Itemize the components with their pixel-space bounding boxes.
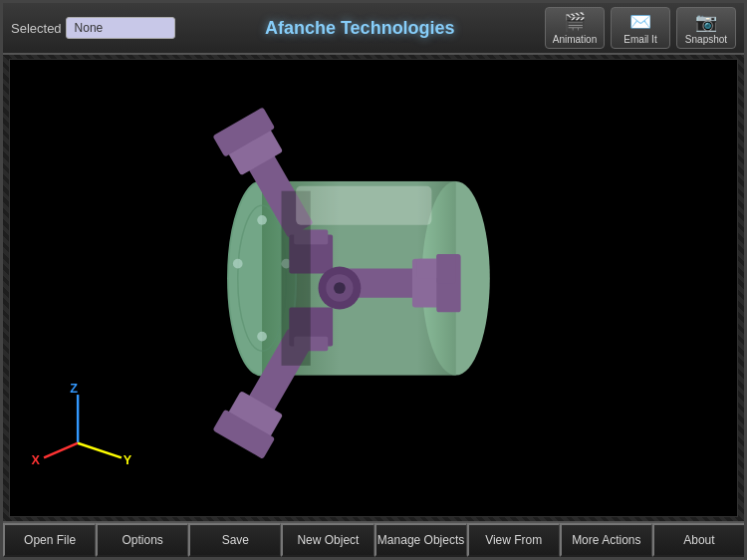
svg-rect-28 — [436, 254, 455, 283]
email-icon: ✉️ — [629, 11, 651, 33]
view-from-button[interactable]: View From — [467, 523, 560, 557]
selected-value: None — [66, 17, 175, 39]
options-label: Options — [123, 533, 163, 547]
more-actions-button[interactable]: More Actions — [560, 523, 652, 557]
animation-button[interactable]: 🎬 Animation — [545, 7, 605, 49]
svg-point-9 — [233, 259, 243, 269]
save-label: Save — [222, 533, 249, 547]
snapshot-label: Snapshot — [685, 34, 727, 45]
svg-text:X: X — [31, 453, 40, 467]
app-title: Afanche Technologies — [175, 18, 545, 39]
3d-scene: Z X Y — [10, 60, 737, 516]
manage-objects-button[interactable]: Manage Objects — [374, 523, 467, 557]
snapshot-icon: 📷 — [695, 11, 717, 33]
open-file-label: Open File — [24, 533, 76, 547]
top-bar: Selected None Afanche Technologies 🎬 Ani… — [3, 3, 744, 55]
svg-point-7 — [257, 215, 267, 225]
3d-viewport[interactable]: Z X Y — [9, 59, 738, 517]
svg-rect-30 — [296, 186, 431, 225]
email-label: Email It — [623, 34, 656, 45]
open-file-button[interactable]: Open File — [3, 523, 96, 557]
manage-objects-label: Manage Objects — [377, 533, 464, 547]
options-button[interactable]: Options — [96, 523, 188, 557]
new-object-label: New Object — [297, 533, 359, 547]
animation-icon: 🎬 — [564, 11, 586, 33]
bottom-toolbar: Open File Options Save New Object Manage… — [3, 521, 744, 557]
view-from-label: View From — [485, 533, 542, 547]
about-button[interactable]: About — [652, 523, 744, 557]
email-button[interactable]: ✉️ Email It — [611, 7, 670, 49]
svg-point-8 — [257, 332, 267, 342]
new-object-button[interactable]: New Object — [281, 523, 374, 557]
snapshot-button[interactable]: 📷 Snapshot — [676, 7, 736, 49]
svg-text:Y: Y — [124, 453, 132, 467]
svg-text:Z: Z — [70, 382, 78, 396]
save-button[interactable]: Save — [188, 523, 281, 557]
more-actions-label: More Actions — [572, 533, 640, 547]
animation-label: Animation — [553, 34, 597, 45]
selected-label: Selected — [11, 21, 62, 36]
toolbar-buttons: 🎬 Animation ✉️ Email It 📷 Snapshot — [545, 7, 736, 49]
app-frame: Selected None Afanche Technologies 🎬 Ani… — [0, 0, 747, 560]
about-label: About — [683, 533, 714, 547]
svg-point-26 — [334, 282, 346, 294]
